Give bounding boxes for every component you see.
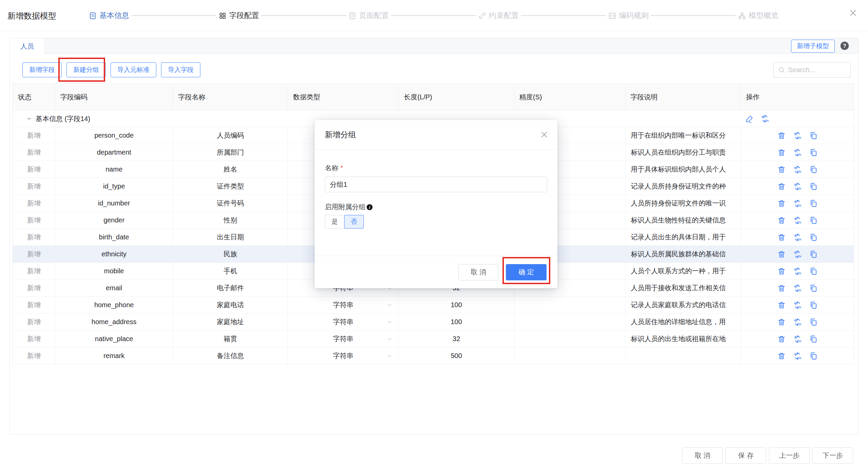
- modal-title: 新增分组: [325, 130, 356, 140]
- translate-button[interactable]: 中En: [793, 318, 802, 327]
- step-coding-rules[interactable]: 编码规则: [608, 11, 649, 21]
- delete-button[interactable]: [777, 182, 786, 191]
- copy-button[interactable]: [809, 267, 818, 276]
- row-length: 32: [399, 331, 514, 347]
- cancel-button[interactable]: 取 消: [682, 447, 723, 464]
- row-status: 新增: [13, 229, 55, 245]
- copy-button[interactable]: [809, 250, 818, 259]
- row-status: 新增: [13, 212, 55, 229]
- page-footer: 取 消保 存上一步下一步: [682, 447, 853, 464]
- search-input[interactable]: [788, 66, 846, 74]
- row-data-type-select[interactable]: 字符串: [288, 348, 399, 364]
- copy-button[interactable]: [809, 199, 818, 208]
- svg-text:En: En: [797, 305, 801, 309]
- row-actions: 中En: [741, 195, 854, 212]
- step-field-config[interactable]: 字段配置: [218, 11, 259, 21]
- modal-body: 名称 * 启用附属分组 i 是 否: [315, 163, 557, 229]
- copy-button[interactable]: [809, 131, 818, 140]
- group-name-input[interactable]: [325, 177, 547, 192]
- table-row[interactable]: 新增remark备注信息字符串500中En: [13, 348, 854, 364]
- add-submodel-button[interactable]: 新增子模型: [791, 40, 835, 53]
- name-label: 名称 *: [325, 163, 547, 173]
- delete-button[interactable]: [777, 335, 786, 343]
- delete-button[interactable]: [777, 284, 786, 293]
- translate-button[interactable]: 中En: [793, 148, 802, 157]
- edit-group-button[interactable]: [745, 114, 754, 123]
- translate-button[interactable]: 中En: [793, 301, 802, 310]
- previous-step-button[interactable]: 上一步: [769, 447, 810, 464]
- copy-icon: [809, 131, 818, 140]
- translate-button[interactable]: 中En: [793, 267, 802, 276]
- translate-button[interactable]: 中En: [793, 165, 802, 174]
- copy-button[interactable]: [809, 352, 818, 360]
- toggle-option-no[interactable]: 否: [344, 215, 364, 229]
- translate-icon: 中En: [793, 250, 802, 259]
- translate-button[interactable]: 中En: [793, 131, 802, 140]
- row-actions: 中En: [741, 348, 854, 364]
- delete-button[interactable]: [777, 250, 786, 259]
- toggle-option-yes[interactable]: 是: [325, 215, 344, 229]
- import-field-button[interactable]: 导入字段: [161, 62, 200, 77]
- row-description: 标识人员在组织内部分工与职责: [626, 144, 741, 161]
- save-button[interactable]: 保 存: [726, 447, 766, 464]
- row-data-type-select[interactable]: 字符串: [288, 297, 399, 313]
- delete-button[interactable]: [777, 267, 786, 276]
- copy-icon: [809, 301, 818, 310]
- import-meta-standard-button[interactable]: 导入元标准: [111, 62, 156, 77]
- add-field-button[interactable]: 新增字段: [22, 62, 62, 77]
- table-row[interactable]: 新增native_place籍贯字符串32标识人员的出生地或祖籍所在地中En: [13, 331, 854, 348]
- table-row[interactable]: 新增home_address家庭地址字符串100人员居住地的详细地址信息，用中E…: [13, 314, 854, 331]
- step-page-config[interactable]: 页面配置: [348, 11, 389, 21]
- copy-button[interactable]: [809, 182, 818, 191]
- delete-button[interactable]: [777, 165, 786, 174]
- svg-text:En: En: [797, 255, 801, 258]
- translate-button[interactable]: 中En: [793, 352, 802, 360]
- step-basic-info[interactable]: 基本信息: [88, 11, 129, 21]
- translate-button[interactable]: 中En: [793, 233, 802, 242]
- collapse-caret-icon[interactable]: [26, 116, 32, 122]
- modal-cancel-button[interactable]: 取 消: [458, 264, 498, 280]
- delete-button[interactable]: [777, 301, 786, 310]
- translate-button[interactable]: 中En: [793, 199, 802, 208]
- table-row[interactable]: 新增home_phone家庭电话字符串100记录人员家庭联系方式的电话信中En: [13, 297, 854, 314]
- translate-button[interactable]: 中En: [793, 182, 802, 191]
- copy-button[interactable]: [809, 233, 818, 242]
- new-group-button[interactable]: 新建分组: [66, 62, 106, 77]
- modal-close-icon[interactable]: [540, 130, 549, 139]
- translate-button[interactable]: 中En: [793, 250, 802, 259]
- translate-icon: 中En: [793, 148, 802, 157]
- delete-button[interactable]: [777, 352, 786, 360]
- row-actions: 中En: [741, 229, 854, 245]
- copy-button[interactable]: [809, 335, 818, 343]
- close-icon[interactable]: [848, 8, 858, 18]
- translate-group-button[interactable]: 中En: [761, 114, 769, 123]
- delete-button[interactable]: [777, 233, 786, 242]
- row-description: 人员所持身份证明文件的唯一识: [626, 195, 741, 212]
- copy-button[interactable]: [809, 301, 818, 310]
- row-data-type-select[interactable]: 字符串: [288, 331, 399, 347]
- row-status: 新增: [13, 127, 55, 144]
- next-step-button[interactable]: 下一步: [812, 447, 853, 464]
- row-field-code: birth_date: [55, 229, 173, 245]
- delete-button[interactable]: [777, 131, 786, 140]
- translate-button[interactable]: 中En: [793, 335, 802, 343]
- edit-icon: [745, 114, 754, 123]
- row-data-type-select[interactable]: 字符串: [288, 314, 399, 330]
- grid-icon: [218, 12, 227, 20]
- delete-button[interactable]: [777, 216, 786, 225]
- delete-button[interactable]: [777, 199, 786, 208]
- copy-button[interactable]: [809, 284, 818, 293]
- delete-button[interactable]: [777, 148, 786, 157]
- modal-confirm-button[interactable]: 确 定: [506, 264, 547, 280]
- copy-button[interactable]: [809, 216, 818, 225]
- delete-button[interactable]: [777, 318, 786, 327]
- translate-button[interactable]: 中En: [793, 284, 802, 293]
- copy-button[interactable]: [809, 165, 818, 174]
- step-model-overview[interactable]: 模型概览: [738, 11, 778, 21]
- help-icon[interactable]: ?: [840, 41, 849, 51]
- copy-button[interactable]: [809, 318, 818, 327]
- translate-button[interactable]: 中En: [793, 216, 802, 225]
- step-constraint-config[interactable]: 约束配置: [478, 11, 519, 21]
- copy-button[interactable]: [809, 148, 818, 157]
- tab-personnel[interactable]: 人员: [10, 38, 45, 54]
